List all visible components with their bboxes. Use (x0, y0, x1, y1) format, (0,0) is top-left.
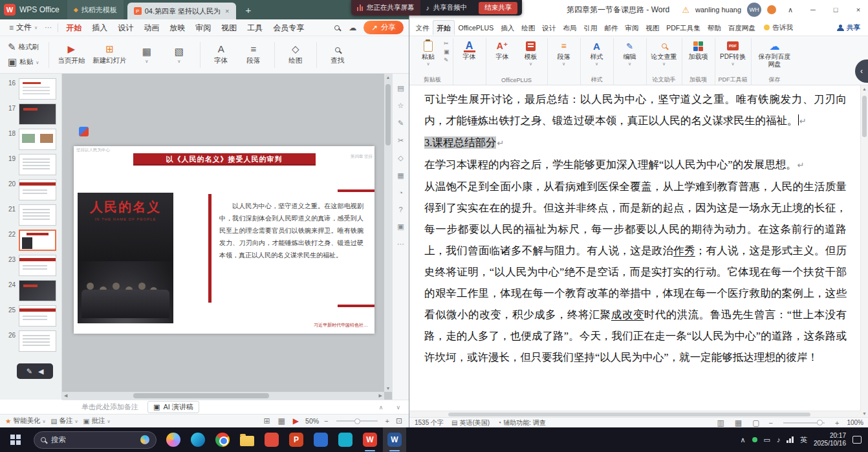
addins-button[interactable]: 加载项 (686, 38, 711, 62)
tab-view[interactable]: 视图 (642, 21, 663, 35)
scroll-down-icon[interactable]: ▼ (384, 386, 392, 391)
cut-icon[interactable]: ✂ (444, 40, 450, 47)
close-tab-icon[interactable]: × (225, 7, 229, 15)
annotation-toolbar[interactable]: ✎ ◀ (17, 363, 53, 379)
minimize-button[interactable]: ─ (805, 0, 821, 19)
taskbar-search-input[interactable]: 搜索 (34, 431, 157, 449)
comment-icon[interactable]: ▣ (397, 222, 404, 231)
slide-sorter-icon[interactable]: ▦ (276, 416, 286, 425)
action-center-icon[interactable] (852, 436, 862, 444)
font-button[interactable]: A 字体 (206, 44, 236, 65)
taskbar-copilot-icon[interactable] (162, 427, 185, 452)
menu-item-member[interactable]: 会员专享 (268, 19, 309, 36)
zoom-percentage[interactable]: 50% (305, 417, 319, 425)
scroll-up-icon[interactable]: ▲ (384, 75, 392, 80)
slide-thumbnail[interactable]: 25 (0, 303, 61, 328)
more-icon[interactable]: ⋯ (397, 240, 404, 248)
paragraph-button[interactable]: ≡ 段落 (239, 44, 268, 65)
paper-check-button[interactable]: 论文查重 ∨ (650, 38, 678, 67)
taskbar-file-explorer-icon[interactable] (235, 427, 259, 452)
paragraph[interactable]: 3.课程总结部分↵ (424, 132, 847, 154)
slide-thumbnail[interactable]: 26 (0, 328, 61, 354)
slide-thumbnail[interactable]: 20 (0, 177, 61, 202)
menu-item-slideshow[interactable]: 放映 (164, 19, 190, 36)
tab-insert[interactable]: 插入 (497, 21, 518, 35)
tab-officeplus[interactable]: OfficePLUS (455, 21, 497, 35)
zoom-slider-knob[interactable] (817, 420, 823, 425)
zoom-in-icon[interactable]: + (835, 419, 839, 427)
zoom-out-icon[interactable]: − (769, 419, 773, 427)
draw-button[interactable]: ◇ 绘图 (281, 44, 310, 65)
paragraph[interactable]: 从温饱不足到全面小康，从看病难到医保全覆盖，从上学难到教育普惠，人民的生活质量得… (424, 176, 847, 368)
share-button[interactable]: 共享 (837, 23, 865, 32)
shapes-icon[interactable]: ◇ (398, 154, 403, 162)
section-button[interactable]: ▧ ∨ (164, 47, 194, 63)
menu-item-animation[interactable]: 动画 (138, 19, 164, 36)
font-settings-button[interactable]: A 字体 (457, 38, 483, 62)
menu-item-view[interactable]: 视图 (216, 19, 242, 36)
history-icon[interactable]: ◔ (398, 189, 403, 197)
stop-sharing-button[interactable]: 结束共享 (479, 2, 517, 14)
expand-notes-icon[interactable]: ∨ (394, 404, 402, 411)
sharing-indicator-icon[interactable] (752, 437, 757, 442)
scroll-left-icon[interactable]: ◀ (64, 393, 67, 398)
notes-toggle[interactable]: ▤ 备注 ∨ (51, 416, 78, 425)
zoom-slider[interactable] (336, 420, 378, 422)
slide-thumbnail-panel[interactable]: 16 17 18 19 20 21 22 23 24 25 26 (0, 74, 62, 400)
avatar[interactable]: WH (747, 3, 761, 17)
slide-canvas[interactable]: 坚持以人民为中心 第四章 坚持 以《人民的名义》接受人民的审判 人民的名义 IN… (74, 146, 374, 334)
format-painter-button[interactable]: ✎ 格式刷 (5, 41, 41, 54)
new-tab-button[interactable]: + (240, 5, 257, 16)
word-count[interactable]: 1535 个字 (415, 418, 444, 427)
taskbar-edge-icon[interactable] (186, 427, 210, 452)
notification-bell-icon[interactable] (767, 5, 776, 14)
zoom-slider-knob[interactable] (354, 418, 360, 424)
paragraph-button[interactable]: ≡ 段落 ∨ (551, 38, 577, 67)
smart-beautify-button[interactable]: ★ 智能美化 ∨ (5, 416, 46, 425)
tab-references[interactable]: 引用 (580, 21, 601, 35)
pointer-icon[interactable]: ◀ (38, 367, 43, 376)
tab-baidu-netdisk[interactable]: 百度网盘 (724, 21, 759, 35)
tab-help[interactable]: 帮助 (704, 21, 724, 35)
paste-button[interactable]: ▣ 粘贴 ∨ (5, 56, 41, 69)
taskbar-clock[interactable]: 20:17 2025/10/16 (814, 432, 846, 448)
chart-icon[interactable]: ▦ (397, 171, 404, 180)
slide-thumbnail[interactable]: 19 (0, 152, 61, 177)
document-horizontal-scrollbar[interactable] (409, 411, 861, 417)
tray-expand-icon[interactable]: ∧ (740, 436, 745, 444)
edit-icon[interactable]: ✎ (398, 119, 404, 127)
scrollbar-thumb[interactable] (385, 84, 391, 145)
restore-button[interactable]: □ (827, 0, 844, 19)
group-label[interactable]: 剪贴板 (424, 75, 441, 85)
scroll-down-icon[interactable]: ▼ (861, 411, 868, 416)
notes-bar[interactable]: 单击此处添加备注 ▣ AI 演讲稿 ∧ ∨ (62, 400, 409, 414)
layout-button[interactable]: ▦ ∨ (132, 47, 162, 63)
wps-logo-icon[interactable] (4, 4, 16, 16)
tab-file[interactable]: 文件 (412, 21, 433, 35)
print-layout-icon[interactable]: ▦ (733, 418, 743, 427)
menu-item-design[interactable]: 设计 (113, 19, 138, 36)
properties-panel-icon[interactable]: ▤ (397, 84, 404, 92)
slide-text-box[interactable]: 以人民为中心，坚守道义之重。在这部电视剧中，我们深刻体会到人民即道义的真谛，感受… (208, 194, 370, 303)
menu-item-tools[interactable]: 工具 (242, 19, 268, 36)
tab-template-home[interactable]: ◆ 找稻壳模板 (67, 0, 124, 19)
more-menu-icon[interactable]: ⋯ (41, 23, 55, 32)
format-painter-icon[interactable]: ✎ (444, 57, 450, 63)
share-button[interactable]: ↗ 分享 (363, 21, 404, 34)
cloud-sync-icon[interactable]: ☁ (344, 23, 361, 32)
find-button[interactable]: 查找 (323, 44, 353, 65)
warning-icon[interactable]: ⚠ (682, 5, 689, 15)
paste-button[interactable]: 粘贴 ∨ (415, 38, 441, 67)
slide-editing-area[interactable]: 坚持以人民为中心 第四章 坚持 以《人民的名义》接受人民的审判 人民的名义 IN… (62, 74, 392, 400)
tab-current-document[interactable]: 04.第四章 坚持以人民为 × (127, 3, 236, 19)
pen-icon[interactable]: ✎ (27, 367, 32, 376)
scroll-up-icon[interactable]: ▲ (861, 87, 868, 91)
officeplus-font-button[interactable]: A⁺ 字体 (490, 38, 515, 62)
comments-toggle[interactable]: ▣ 批注 ∨ (83, 416, 111, 425)
taskbar-chrome-icon[interactable] (211, 427, 234, 452)
start-button[interactable] (3, 427, 28, 452)
accessibility-status[interactable]: ◔ 辅助功能: 调查 (497, 418, 546, 427)
pdf-convert-button[interactable]: PDF转换 ∨ (719, 38, 747, 67)
design-icon[interactable]: ☆ (398, 102, 404, 110)
slide-title-banner[interactable]: 以《人民的名义》接受人民的审判 (133, 153, 316, 166)
